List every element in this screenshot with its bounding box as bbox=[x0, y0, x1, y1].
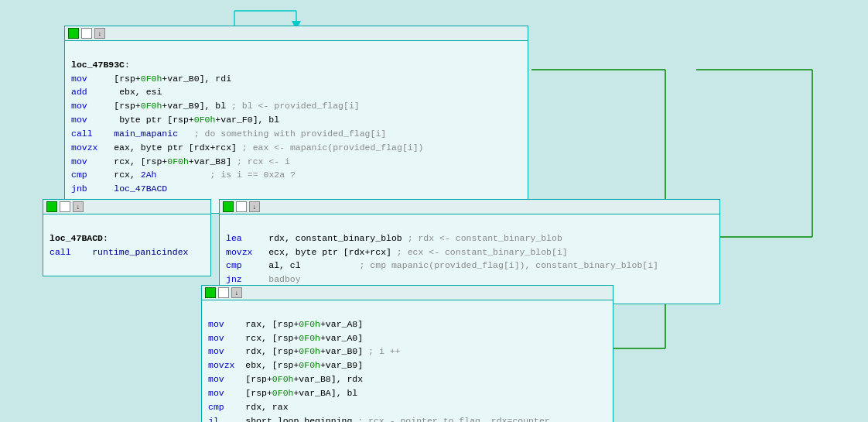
block-titlebar-left: ↓ bbox=[43, 200, 210, 214]
label-loc47bacd: loc_47BACD bbox=[50, 233, 103, 243]
icon-doc-left bbox=[60, 201, 70, 212]
block-loc47b93c: ↓ loc_47B93C: mov [rsp+0F0h+var_B0], rdi… bbox=[64, 26, 528, 214]
block-content-bottom: mov rax, [rsp+0F0h+var_A8] mov rcx, [rsp… bbox=[202, 300, 613, 422]
icon-green bbox=[68, 28, 79, 39]
icon-green-bottom bbox=[205, 287, 216, 298]
block-content-left: loc_47BACD: call runtime_panicindex bbox=[43, 214, 210, 276]
icon-green-left bbox=[46, 201, 57, 212]
main-canvas: ↓ loc_47B93C: mov [rsp+0F0h+var_B0], rdi… bbox=[0, 0, 868, 422]
icon-arrow: ↓ bbox=[94, 28, 105, 39]
icon-doc-bottom bbox=[218, 287, 229, 298]
icon-arrow-right: ↓ bbox=[249, 201, 260, 212]
icon-doc bbox=[81, 28, 92, 39]
block-titlebar-top: ↓ bbox=[65, 26, 528, 41]
icon-green-right bbox=[223, 201, 234, 212]
label-loc47b93c: loc_47B93C bbox=[71, 60, 125, 70]
block-titlebar-right: ↓ bbox=[220, 200, 719, 214]
block-loc47bacd: ↓ loc_47BACD: call runtime_panicindex bbox=[43, 199, 211, 276]
icon-arrow-bottom: ↓ bbox=[231, 287, 242, 298]
icon-doc-right bbox=[236, 201, 247, 212]
block-loop: ↓ mov rax, [rsp+0F0h+var_A8] mov rcx, [r… bbox=[201, 285, 613, 422]
block-titlebar-bottom: ↓ bbox=[202, 286, 613, 300]
block-content-top: loc_47B93C: mov [rsp+0F0h+var_B0], rdi a… bbox=[65, 41, 528, 213]
icon-arrow-left: ↓ bbox=[73, 201, 84, 212]
